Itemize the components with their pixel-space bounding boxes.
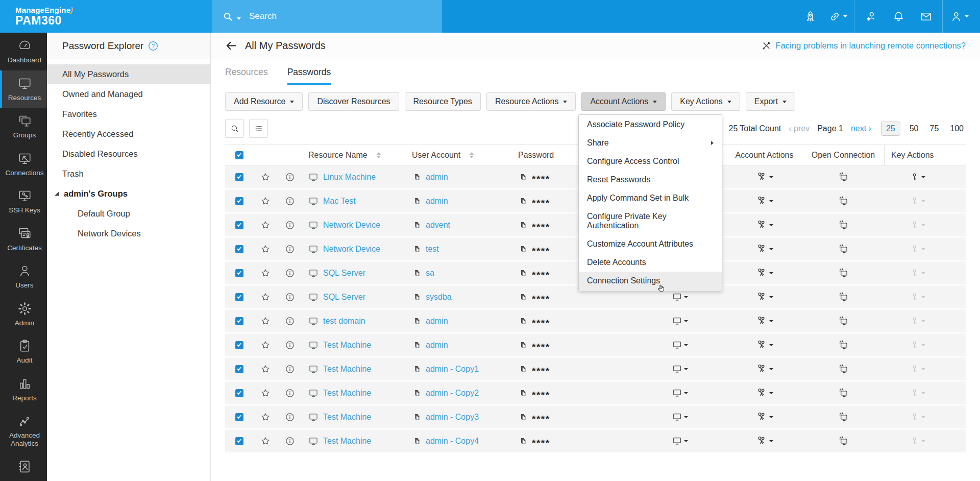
sidebar-item-contacts[interactable] [0,453,47,481]
sidebar-item-dashboard[interactable]: Dashboard [0,33,47,70]
page-size-100[interactable]: 100 [948,122,966,136]
select-all-checkbox[interactable] [235,151,243,159]
menu-item-share[interactable]: Share [579,134,722,152]
menu-item-configure-access-control[interactable]: Configure Access Control [579,152,722,171]
resource-types-button[interactable]: Resource Types [405,92,481,111]
row-key-actions-button[interactable] [910,316,925,326]
row-account-actions-button[interactable] [755,171,773,183]
copy-password-icon[interactable] [518,173,527,182]
user-account-link[interactable]: admin - Copy1 [426,365,479,374]
sidebar-item-audit[interactable]: Audit [0,333,47,371]
row-account-actions-button[interactable] [755,339,773,351]
account-actions-button[interactable]: Account Actions [581,92,666,111]
explorer-item-trash[interactable]: Trash [47,164,210,184]
user-account-link[interactable]: admin - Copy4 [426,437,479,446]
explorer-item-disabled-resources[interactable]: Disabled Resources [47,144,210,164]
row-key-actions-button[interactable] [910,364,925,374]
user-account-link[interactable]: test [426,245,439,254]
info-icon[interactable] [285,340,295,350]
row-key-actions-button[interactable] [910,220,925,230]
info-icon[interactable] [285,388,295,398]
bell-button[interactable] [885,0,912,33]
app-logo[interactable]: ManageEngine) PAM360 [0,0,212,33]
open-connection-icon[interactable] [838,292,849,302]
column-view-button[interactable] [249,119,268,138]
favorite-star-icon[interactable] [260,172,271,182]
page-size-50[interactable]: 50 [908,122,921,136]
info-icon[interactable] [285,316,295,326]
help-icon[interactable]: ? [148,41,158,51]
copy-password-icon[interactable] [518,341,527,350]
row-account-actions-button[interactable] [755,435,773,447]
copy-account-icon[interactable] [412,317,421,326]
sidebar-item-connections[interactable]: Connections [0,146,47,183]
open-connection-icon[interactable] [838,244,849,254]
resource-name-link[interactable]: Test Machine [323,389,371,398]
connection-type-button[interactable] [672,292,688,302]
sidebar-item-reports[interactable]: Reports [0,371,47,408]
row-key-actions-button[interactable] [910,340,925,350]
resource-name-link[interactable]: Network Device [323,221,380,230]
resource-name-link[interactable]: test domain [323,317,365,326]
info-icon[interactable] [285,412,295,422]
menu-item-associate-password-policy[interactable]: Associate Password Policy [579,115,722,134]
user-account-link[interactable]: admin [426,197,448,206]
tab-resources[interactable]: Resources [225,67,268,85]
sort-icon[interactable] [470,152,474,158]
menu-item-delete-accounts[interactable]: Delete Accounts [579,253,722,272]
open-connection-icon[interactable] [838,340,849,350]
rocket-button[interactable] [796,0,824,33]
row-account-actions-button[interactable] [755,411,773,423]
explorer-item-favorites[interactable]: Favorites [47,104,210,124]
row-account-actions-button[interactable] [755,315,773,327]
copy-password-icon[interactable] [518,317,527,326]
info-icon[interactable] [285,436,295,446]
resource-name-link[interactable]: Network Device [323,245,380,254]
favorite-star-icon[interactable] [260,244,271,254]
key-actions-button[interactable]: Key Actions [671,92,740,111]
explorer-item-owned-and-managed[interactable]: Owned and Managed [47,84,210,104]
info-icon[interactable] [285,172,295,182]
remote-connection-help-link[interactable]: Facing problems in launching remote conn… [762,41,966,51]
row-checkbox[interactable] [235,269,243,277]
copy-account-icon[interactable] [412,293,421,302]
open-connection-icon[interactable] [838,172,849,182]
row-checkbox[interactable] [235,437,243,445]
table-search-button[interactable] [225,119,244,138]
row-account-actions-button[interactable] [755,363,773,375]
info-icon[interactable] [285,196,295,206]
sidebar-item-ssh-keys[interactable]: SSH Keys [0,183,47,221]
tree-expand-caret-icon[interactable] [54,191,60,197]
row-account-actions-button[interactable] [755,291,773,303]
add-resource-button[interactable]: Add Resource [225,92,303,111]
copy-password-icon[interactable] [518,293,527,302]
row-key-actions-button[interactable] [910,268,925,278]
total-count[interactable]: 25Total Count [729,124,781,133]
resource-name-link[interactable]: Test Machine [323,413,371,422]
sidebar-item-advanced-analytics[interactable]: Advanced Analytics [0,408,47,453]
copy-password-icon[interactable] [518,413,527,422]
favorite-star-icon[interactable] [260,364,271,374]
col-user-account[interactable]: User Account [412,151,460,160]
row-key-actions-button[interactable] [910,292,925,302]
sort-icon[interactable] [377,152,381,158]
connection-type-button[interactable] [672,316,688,326]
resource-name-link[interactable]: Test Machine [323,365,371,374]
menu-item-connection-settings[interactable]: Connection Settings [579,272,722,290]
favorite-star-icon[interactable] [260,388,271,398]
row-account-actions-button[interactable] [755,219,773,231]
connection-type-button[interactable] [672,364,688,374]
row-checkbox[interactable] [235,221,243,229]
sidebar-item-certificates[interactable]: Certificates [0,221,47,258]
col-resource-name[interactable]: Resource Name [308,151,368,160]
row-checkbox[interactable] [235,317,243,325]
open-connection-icon[interactable] [838,196,849,206]
user-account-link[interactable]: admin [426,173,448,182]
favorite-star-icon[interactable] [260,292,271,302]
copy-account-icon[interactable] [412,173,421,182]
user-account-link[interactable]: admin [426,341,448,350]
favorite-star-icon[interactable] [260,316,271,326]
resource-name-link[interactable]: Linux Machine [323,173,376,182]
open-connection-icon[interactable] [838,220,849,230]
copy-account-icon[interactable] [412,197,421,206]
